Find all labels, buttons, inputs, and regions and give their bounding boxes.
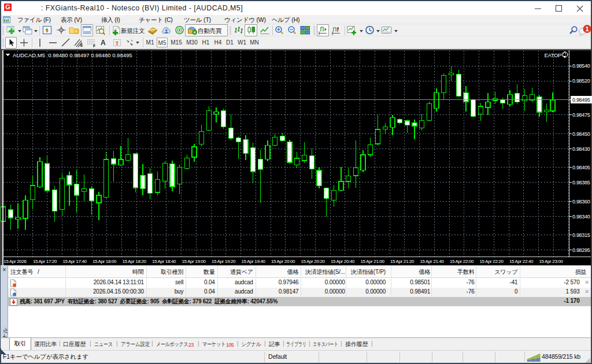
svg-text:E: E [80, 43, 83, 47]
svg-text:15 Apr 18:00: 15 Apr 18:00 [92, 259, 117, 264]
svg-text:0.98450: 0.98450 [572, 131, 590, 137]
svg-text:15 Apr 21:40: 15 Apr 21:40 [420, 259, 444, 264]
svg-text:0.98430: 0.98430 [572, 146, 590, 152]
svg-text:AUDCAD,M5 0.98480 0.98497 0.9: AUDCAD,M5 0.98480 0.98497 0.98480 0.9849… [13, 52, 132, 58]
svg-text:15 Apr 18:40: 15 Apr 18:40 [152, 259, 176, 264]
svg-text:15 Apr 19:20: 15 Apr 19:20 [212, 259, 236, 264]
svg-text:T: T [115, 40, 119, 46]
svg-text:15 Apr 2026: 15 Apr 2026 [3, 259, 27, 264]
svg-text:15 Apr 17:20: 15 Apr 17:20 [33, 259, 57, 264]
svg-text:0.98340: 0.98340 [572, 214, 590, 220]
svg-text:0.98360: 0.98360 [572, 199, 590, 205]
svg-text:15 Apr 18:20: 15 Apr 18:20 [122, 259, 146, 264]
svg-text:15 Apr 22:00: 15 Apr 22:00 [450, 259, 474, 264]
svg-text:15 Apr 23:00: 15 Apr 23:00 [539, 259, 563, 264]
svg-text:15 Apr 22:20: 15 Apr 22:20 [479, 259, 504, 264]
svg-text:15 Apr 21:20: 15 Apr 21:20 [390, 259, 415, 264]
svg-text:0.98385: 0.98385 [572, 180, 590, 185]
svg-text:0.98495: 0.98495 [572, 97, 590, 103]
svg-text:15 Apr 17:40: 15 Apr 17:40 [62, 259, 87, 264]
svg-text:1: 1 [585, 25, 589, 32]
svg-text:0.98520: 0.98520 [572, 78, 590, 84]
svg-text:15 Apr 20:00: 15 Apr 20:00 [271, 259, 295, 264]
svg-text:EATOP: EATOP [545, 52, 561, 58]
svg-text:0.98540: 0.98540 [572, 63, 590, 69]
svg-text:0.98475: 0.98475 [572, 112, 590, 118]
svg-text:15 Apr 19:40: 15 Apr 19:40 [241, 259, 265, 264]
svg-text:0.98315: 0.98315 [572, 232, 590, 238]
svg-text:F: F [93, 44, 95, 48]
svg-text:15 Apr 22:40: 15 Apr 22:40 [509, 259, 534, 264]
svg-text:0.98405: 0.98405 [572, 165, 590, 170]
svg-text:0.98295: 0.98295 [572, 247, 590, 253]
svg-text:15 Apr 19:00: 15 Apr 19:00 [182, 259, 206, 264]
svg-text:15 Apr 20:40: 15 Apr 20:40 [331, 259, 355, 264]
svg-text:15 Apr 20:20: 15 Apr 20:20 [301, 259, 325, 264]
svg-text:15 Apr 21:00: 15 Apr 21:00 [360, 259, 384, 264]
